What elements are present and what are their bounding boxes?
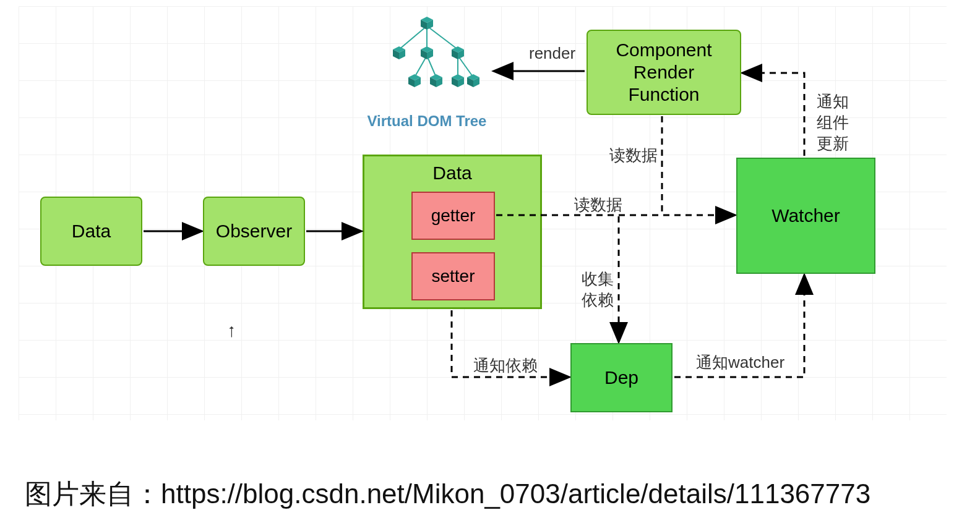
cursor-icon: ⭡ — [226, 325, 238, 339]
collect-dep-label: 收集 依赖 — [582, 269, 614, 311]
watcher-box: Watcher — [736, 158, 875, 274]
crf-line3: Function — [628, 83, 699, 106]
notify-dep-label: 通知依赖 — [473, 355, 538, 376]
read-data-top-label: 读数据 — [609, 145, 658, 166]
crf-line2: Render — [634, 61, 694, 83]
svg-line-9 — [458, 56, 473, 77]
virtual-dom-tree: Virtual DOM Tree — [365, 12, 489, 130]
dep-box: Dep — [570, 343, 673, 412]
image-credit: 图片来自：https://blog.csdn.net/Mikon_0703/ar… — [25, 476, 870, 512]
observer-box: Observer — [203, 197, 305, 266]
data-box-1: Data — [40, 197, 142, 266]
svg-line-7 — [427, 56, 436, 77]
svg-line-5 — [427, 26, 458, 49]
setter-label: setter — [431, 266, 475, 286]
watcher-label: Watcher — [772, 205, 840, 226]
component-render-function-box: Component Render Function — [587, 30, 741, 115]
data-container-title: Data — [364, 163, 540, 184]
vdom-caption: Virtual DOM Tree — [365, 113, 489, 130]
notify-comp-label: 通知 组件 更新 — [817, 91, 849, 154]
setter-box: setter — [411, 252, 495, 300]
dep-label: Dep — [604, 367, 638, 388]
data-box-1-label: Data — [72, 221, 111, 242]
render-label: render — [529, 43, 575, 64]
read-data-mid-label: 读数据 — [574, 195, 622, 216]
getter-box: getter — [411, 192, 495, 240]
getter-label: getter — [431, 206, 476, 226]
observer-box-label: Observer — [216, 221, 292, 242]
crf-line1: Component — [616, 39, 711, 61]
svg-line-3 — [399, 26, 427, 49]
credit-url: https://blog.csdn.net/Mikon_0703/article… — [161, 478, 870, 509]
tree-icon — [365, 12, 489, 105]
notify-watcher-label: 通知watcher — [696, 352, 784, 373]
credit-prefix: 图片来自： — [25, 478, 161, 509]
svg-line-6 — [415, 56, 427, 77]
